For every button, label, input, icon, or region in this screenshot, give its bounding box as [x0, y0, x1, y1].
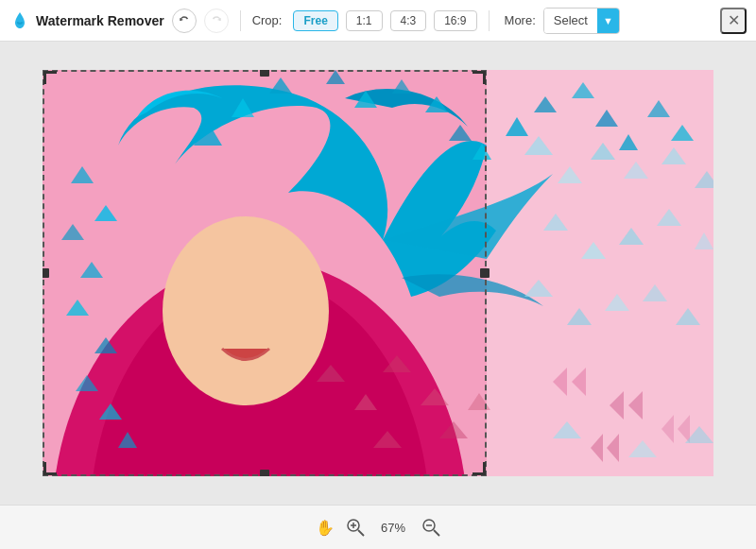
zoom-out-icon[interactable]: [421, 518, 440, 537]
zoom-percent: 67%: [376, 521, 410, 535]
svg-marker-21: [94, 205, 117, 221]
crop-free-button[interactable]: Free: [293, 10, 337, 31]
canvas-area: [0, 42, 756, 505]
zoom-toolbar: ✋ 67%: [0, 505, 756, 549]
svg-line-64: [358, 530, 364, 536]
svg-marker-23: [80, 262, 103, 278]
crop-16-9-button[interactable]: 16:9: [434, 10, 476, 31]
select-dropdown[interactable]: Select ▼: [543, 8, 620, 34]
pan-tool-icon[interactable]: ✋: [316, 519, 335, 537]
divider2: [489, 10, 490, 31]
redo-button[interactable]: [204, 9, 229, 33]
crop-label: Crop:: [252, 13, 283, 27]
pink-background: [43, 70, 713, 476]
select-dropdown-label: Select: [544, 8, 597, 34]
svg-marker-11: [449, 125, 472, 141]
crop-1-1-button[interactable]: 1:1: [346, 10, 383, 31]
svg-line-68: [434, 530, 439, 536]
svg-marker-7: [326, 70, 345, 84]
app-title: Watermark Remover: [36, 13, 164, 28]
crop-4-3-button[interactable]: 4:3: [390, 10, 427, 31]
app-logo: Watermark Remover: [9, 10, 164, 31]
svg-marker-22: [61, 224, 84, 240]
zoom-in-icon[interactable]: [346, 518, 365, 537]
select-dropdown-arrow[interactable]: ▼: [597, 9, 619, 33]
app-logo-icon: [9, 10, 30, 31]
divider: [240, 10, 241, 31]
background-scatter-svg: [43, 70, 713, 476]
svg-marker-24: [66, 300, 89, 316]
svg-marker-6: [269, 77, 292, 94]
titlebar: Watermark Remover Crop: Free 1:1 4:3 16:…: [0, 0, 756, 42]
svg-marker-9: [392, 79, 411, 94]
svg-marker-20: [71, 166, 94, 183]
close-button[interactable]: ✕: [720, 8, 747, 34]
svg-point-3: [163, 216, 329, 405]
undo-button[interactable]: [172, 9, 197, 33]
more-label: More:: [505, 13, 536, 27]
image-container: [43, 70, 713, 476]
